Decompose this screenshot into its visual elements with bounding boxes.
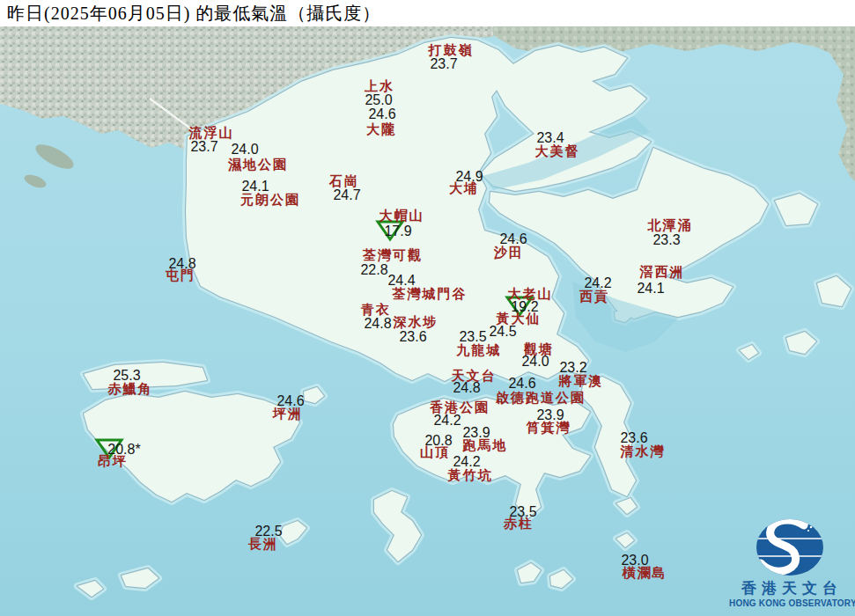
page-title: 昨日(2025年06月05日) 的最低氣溫（攝氏度） (0, 2, 380, 26)
hko-logo-name-zh: 香港天文台 (729, 578, 855, 598)
hko-logo-name-en: HONG KONG OBSERVATORY (729, 598, 855, 608)
hko-logo-block: 香港天文台 HONG KONG OBSERVATORY (729, 515, 855, 616)
title-bar: 昨日(2025年06月05日) 的最低氣溫（攝氏度） (0, 0, 855, 26)
hko-min-temp-map-page: 昨日(2025年06月05日) 的最低氣溫（攝氏度） (0, 0, 855, 616)
hong-kong-map (0, 0, 855, 616)
